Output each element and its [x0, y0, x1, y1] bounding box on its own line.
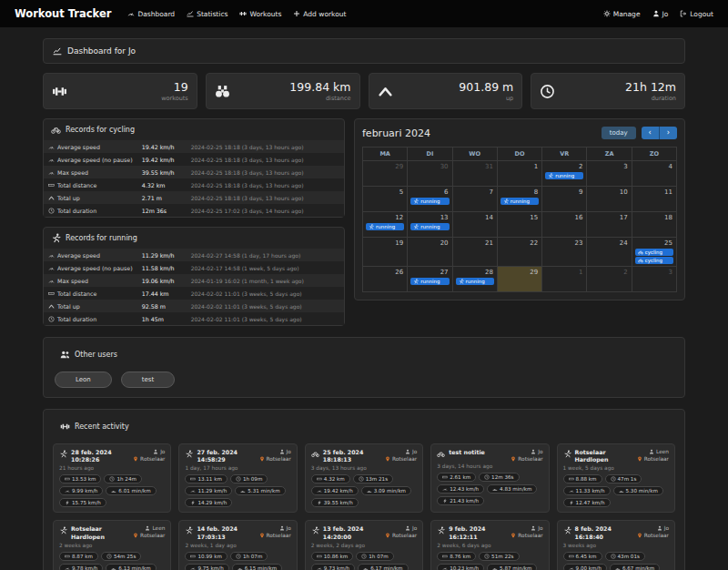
calendar-day[interactable]: 31 [452, 161, 497, 187]
calendar-workout-badge[interactable]: running [500, 198, 539, 205]
activity-card[interactable]: 14 feb. 2024 17:03:13JoRotselaar 2 weeks… [178, 520, 297, 570]
activity-user: Jo [531, 525, 542, 531]
calendar-day[interactable]: 25cyclingcycling [632, 238, 676, 267]
nav-manage[interactable]: Manage [603, 10, 641, 18]
calendar-day[interactable]: 19 [363, 238, 408, 267]
duration-badge: 1h 24m [104, 474, 141, 483]
calendar-day[interactable]: 2running [542, 161, 587, 187]
location-pin-icon [133, 533, 138, 538]
calendar-day[interactable]: 17 [587, 212, 632, 238]
calendar-next-button[interactable]: › [660, 127, 677, 139]
calendar-workout-badge[interactable]: running [410, 223, 449, 230]
running-icon [51, 233, 61, 243]
user-button-leon[interactable]: Leon [55, 372, 112, 388]
activity-title: 9 feb. 2024 16:12:11 [449, 525, 507, 540]
calendar-workout-badge[interactable]: running [410, 278, 449, 285]
running-icon [59, 526, 67, 534]
calendar-day[interactable]: 12running [363, 212, 408, 238]
calendar-day[interactable]: 10 [587, 187, 632, 212]
nav-dashboard[interactable]: Dashboard [127, 10, 175, 18]
calendar-day[interactable]: 16 [542, 212, 587, 238]
record-row: Total duration1h 45m2024-02-02 11:01 (3 … [44, 312, 344, 325]
calendar-day[interactable]: 5 [363, 187, 408, 212]
nav-statistics[interactable]: Statistics [187, 10, 228, 18]
stat-value: 5.31 min/km [248, 488, 279, 494]
stat-value: 3.09 min/km [374, 488, 406, 494]
running-icon [413, 279, 419, 284]
nav-logout[interactable]: Logout [680, 10, 713, 18]
nav-workouts[interactable]: Workouts [239, 10, 281, 18]
calendar-day[interactable]: 21 [452, 238, 497, 267]
gauge-icon [442, 486, 448, 492]
activity-card[interactable]: 13 feb. 2024 14:20:00JoRotselaar 2 weeks… [305, 520, 423, 570]
calendar-day[interactable]: 4 [632, 161, 676, 187]
calendar-day[interactable]: 22 [497, 238, 541, 267]
activity-card[interactable]: 25 feb. 2024 18:18:13JoRotselaar 3 days,… [305, 443, 423, 513]
user-name: Jo [538, 449, 542, 454]
location-name: Rotselaar [140, 456, 165, 462]
activity-card[interactable]: 8 feb. 2024 16:18:40JoRotselaar 3 weeks … [557, 520, 675, 570]
calendar-day[interactable]: 20 [408, 238, 452, 267]
record-value: 11.29 km/h [137, 249, 187, 261]
calendar-day[interactable]: 6running [408, 187, 452, 212]
distance-badge: 13.11 km [185, 474, 227, 483]
stat-card-up: 901.89 mup [369, 73, 523, 109]
calendar-day[interactable]: 29 [363, 161, 408, 187]
calendar-workout-badge[interactable]: cycling [635, 257, 673, 264]
nav-user-jo[interactable]: Jo [652, 10, 669, 18]
calendar-workout-badge[interactable]: cycling [635, 249, 673, 256]
stat-value: 21h 12m [625, 80, 676, 94]
cycling-icon [638, 249, 643, 255]
calendar-day[interactable]: 28running [452, 267, 497, 292]
user-button-test[interactable]: test [121, 372, 175, 388]
calendar-day[interactable]: 18 [632, 212, 676, 238]
pace-badge: 6.17 min/km [358, 564, 408, 570]
calendar-day[interactable]: 8running [497, 187, 541, 212]
calendar-today-button[interactable]: today [602, 127, 636, 139]
calendar-day-today[interactable]: 29 [497, 267, 541, 292]
calendar-day[interactable]: 9 [542, 187, 587, 212]
max-speed-badge: 21.43 km/h [437, 496, 484, 505]
calendar-day[interactable]: 1 [497, 161, 541, 187]
calendar-workout-badge[interactable]: running [545, 172, 583, 179]
calendar-day[interactable]: 1 [542, 267, 587, 292]
calendar-workout-badge[interactable]: running [410, 198, 449, 205]
calendar-day[interactable]: 15 [497, 212, 541, 238]
activity-location: Rotselaar [259, 456, 291, 462]
activity-card[interactable]: 27 feb. 2024 14:58:29JoRotselaar 1 day, … [178, 443, 297, 513]
activity-card[interactable]: Rotselaar HardlopenLeenRotselaar 2 weeks… [53, 520, 171, 570]
activity-card[interactable]: 9 feb. 2024 16:12:11JoRotselaar 2 weeks,… [430, 520, 549, 570]
calendar-prev-button[interactable]: ‹ [642, 127, 660, 139]
calendar-day[interactable]: 23 [542, 238, 587, 267]
duration-badge: 1h 09m [230, 474, 268, 483]
stat-value: 5.87 min/km [500, 565, 531, 570]
badge-label: cycling [645, 249, 662, 255]
calendar-day[interactable]: 26 [363, 267, 408, 292]
clock-icon [359, 476, 364, 482]
calendar-actions: today ‹ › [602, 127, 677, 139]
gauge-icon [48, 144, 55, 150]
calendar-workout-badge[interactable]: running [456, 278, 494, 285]
calendar-day[interactable]: 24 [587, 238, 632, 267]
calendar-day[interactable]: 11 [632, 187, 676, 212]
calendar-day[interactable]: 7 [452, 187, 497, 212]
activity-card[interactable]: Rotselaar HardlopenLeenRotselaar 1 week,… [557, 443, 675, 513]
calendar-day[interactable]: 3 [587, 161, 632, 187]
activity-user: Leen [649, 449, 669, 454]
location-pin-icon [511, 533, 516, 538]
dumbbell-icon [239, 10, 247, 17]
nav-label: Add workout [303, 10, 346, 18]
nav-add-workout[interactable]: Add workout [293, 10, 346, 18]
calendar-day[interactable]: 2 [587, 267, 632, 292]
record-row: Average speed19.42 km/h2024-02-25 18:18 … [44, 140, 344, 153]
activity-card[interactable]: 28 feb. 2024 10:28:26JoRotselaar 21 hour… [53, 443, 171, 513]
day-number: 15 [500, 213, 540, 222]
calendar-day[interactable]: 30 [408, 161, 452, 187]
calendar-day[interactable]: 27running [408, 267, 452, 292]
calendar-workout-badge[interactable]: running [366, 223, 404, 230]
activity-card[interactable]: test notitieJoRotselaar 3 days, 14 hours… [430, 443, 549, 513]
calendar-day[interactable]: 14 [452, 212, 497, 238]
calendar-day[interactable]: 13running [408, 212, 452, 238]
stat-card-distance: 199.84 kmdistance [206, 73, 360, 109]
calendar-day[interactable]: 3 [632, 267, 676, 292]
